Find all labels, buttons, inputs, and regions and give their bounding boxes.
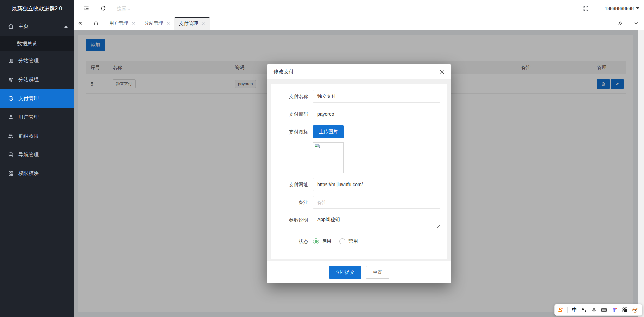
search-input[interactable] [117,6,198,11]
home-icon [8,23,14,29]
grid-icon [8,171,14,176]
modal-footer: 立即提交 重置 [267,261,451,283]
payment-url-input[interactable] [313,178,440,191]
divider [567,307,568,313]
form-row-icon: 支付图标 上传图片 [271,125,441,173]
double-chevron-left-icon [78,21,83,26]
radio-dot [315,240,318,243]
app-title: 最新独立收款进群2.0 [0,0,74,17]
sliders-icon [8,77,14,83]
tab-tools [612,17,644,30]
sidebar-item-data-overview[interactable]: 数据总览 [0,36,74,51]
sidebar: 最新独立收款进群2.0 主页 数据总览 分站管理 分站群组 支付管理 用户管理 … [0,0,74,317]
close-icon[interactable] [202,22,205,25]
ime-toolbar: S 中 [554,304,642,316]
ime-language-mode[interactable]: 中 [572,307,577,313]
topbar-right: 18888888888 [583,6,639,11]
chevron-up-icon [64,25,68,28]
sidebar-item-label: 分站群组 [18,76,39,83]
field-label: 支付名称 [271,90,313,103]
sidebar-item-label: 数据总览 [17,41,37,46]
sidebar-item-label: 权限模块 [18,170,39,177]
modal-form-panel: 支付名称 支付编码 支付图标 上传图片 支付网址 [271,84,447,259]
users-icon [8,133,14,139]
sidebar-item-user-manage[interactable]: 用户管理 [0,108,74,126]
sidebar-item-payment-manage[interactable]: 支付管理 [0,89,74,108]
modal-title: 修改支付 [274,69,294,75]
sidebar-item-substation-manage[interactable]: 分站管理 [0,51,74,70]
tabs-scroll-right-button[interactable] [612,17,628,30]
field-label: 状态 [271,235,313,248]
keyboard-icon[interactable] [601,307,607,313]
close-icon [439,69,444,74]
sogou-assistant-icon[interactable] [632,307,638,313]
form-row-code: 支付编码 [271,108,441,120]
modal-body: 支付名称 支付编码 支付图标 上传图片 支付网址 [267,80,451,261]
broken-image-icon [314,144,321,150]
columns-icon [8,58,14,64]
tab-label: 用户管理 [109,20,128,27]
stack-icon [8,152,14,158]
radio-enabled[interactable] [313,238,319,244]
reset-button[interactable]: 重置 [366,266,389,279]
submit-button[interactable]: 立即提交 [329,266,361,279]
sidebar-item-nav-manage[interactable]: 导航管理 [0,145,74,164]
form-row-name: 支付名称 [271,90,441,103]
sidebar-item-label: 导航管理 [18,152,39,158]
punctuation-icon[interactable] [581,307,587,313]
collapse-sidebar-button[interactable] [83,5,89,11]
username-text: 18888888888 [605,6,634,11]
tabs-menu-button[interactable] [628,17,644,30]
microphone-icon[interactable] [591,307,597,313]
modal-close-button[interactable] [439,69,444,74]
sidebar-item-home[interactable]: 主页 [0,17,74,36]
payment-code-input[interactable] [313,108,440,120]
menu-fold-icon [83,5,89,11]
tab-payment-manage[interactable]: 支付管理 [175,17,210,30]
note-input[interactable] [313,196,440,209]
skin-icon[interactable] [611,307,618,313]
toolbox-icon[interactable] [622,307,628,313]
upload-image-button[interactable]: 上传图片 [313,125,344,138]
sidebar-item-permission-module[interactable]: 权限模块 [0,164,74,183]
form-row-note: 备注 [271,196,441,209]
tab-bar: 用户管理 分站管理 支付管理 [74,17,644,30]
field-label: 备注 [271,196,313,209]
edit-payment-modal: 修改支付 支付名称 支付编码 支付图标 上传图片 [267,64,451,283]
sogou-logo-icon[interactable]: S [558,307,563,313]
form-row-params: 参数说明 Appid|秘钥 [271,214,441,230]
sidebar-item-substation-groups[interactable]: 分站群组 [0,70,74,89]
close-icon[interactable] [132,22,135,25]
user-menu[interactable]: 18888888888 [605,6,639,11]
field-label: 支付网址 [271,178,313,191]
form-row-url: 支付网址 [271,178,441,191]
radio-label-disabled: 禁用 [348,238,358,244]
field-label: 支付图标 [271,125,313,173]
sidebar-item-label: 支付管理 [18,95,39,102]
close-icon[interactable] [167,22,170,25]
sidebar-item-label: 分站管理 [18,58,39,64]
sidebar-item-label: 用户管理 [18,114,39,120]
modal-header: 修改支付 [267,64,451,80]
sidebar-item-group-permissions[interactable]: 群组权限 [0,126,74,145]
shield-check-icon [8,96,14,101]
refresh-icon [100,6,106,11]
field-label: 参数说明 [271,214,313,230]
tabs-scroll-left-button[interactable] [74,17,87,30]
tab-label: 分站管理 [144,20,163,27]
user-icon [8,114,14,120]
chevron-down-icon [636,7,639,9]
params-textarea[interactable]: Appid|秘钥 [313,214,440,228]
form-row-status: 状态 启用 禁用 [271,235,441,248]
double-chevron-right-icon [618,21,623,26]
fullscreen-button[interactable] [583,6,589,11]
payment-icon-preview [313,142,344,173]
payment-name-input[interactable] [313,90,440,103]
tab-user-manage[interactable]: 用户管理 [105,17,140,30]
tab-home[interactable] [87,17,105,30]
sidebar-item-label: 群组权限 [18,133,39,139]
refresh-button[interactable] [100,6,106,11]
tab-substation-manage[interactable]: 分站管理 [140,17,175,30]
page-scrollbar[interactable] [638,30,644,317]
radio-disabled[interactable] [339,238,345,244]
